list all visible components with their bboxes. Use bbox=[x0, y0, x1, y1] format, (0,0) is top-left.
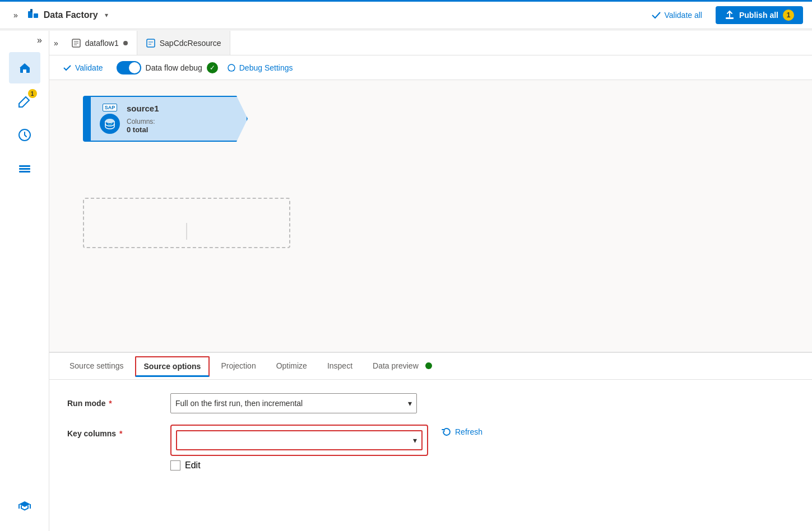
data-flow-debug-toggle-container: Data flow debug ✓ bbox=[117, 61, 218, 74]
data-preview-status-dot bbox=[425, 362, 432, 369]
tab-unsaved-dot bbox=[123, 41, 128, 45]
tab-expand-icon[interactable]: » bbox=[54, 39, 58, 48]
debug-settings-button[interactable]: Debug Settings bbox=[227, 63, 293, 72]
main-content: » dataflow1 SapCdcResource Validate Data… bbox=[49, 31, 812, 531]
panel-tabs: Source settings Source options Projectio… bbox=[49, 353, 812, 380]
publish-badge: 1 bbox=[783, 10, 794, 21]
svg-rect-8 bbox=[19, 171, 30, 173]
source-icon-area: SAP bbox=[100, 104, 120, 134]
svg-rect-6 bbox=[19, 165, 30, 167]
edit-row: Edit bbox=[170, 460, 428, 471]
run-mode-required: * bbox=[106, 399, 112, 408]
svg-rect-4 bbox=[23, 69, 26, 73]
top-bar-left: » Data Factory ▾ bbox=[9, 8, 108, 23]
validate-all-label: Validate all bbox=[665, 11, 702, 20]
svg-rect-7 bbox=[19, 168, 30, 170]
key-columns-label: Key columns * bbox=[67, 429, 157, 438]
source-info: source1 Columns: 0 total bbox=[127, 104, 213, 134]
top-bar: » Data Factory ▾ Validate all Publish al… bbox=[0, 0, 812, 29]
source-node-left-bar bbox=[83, 96, 91, 142]
edit-checkbox[interactable] bbox=[170, 460, 180, 471]
validate-button[interactable]: Validate bbox=[58, 61, 108, 74]
debug-status-icon: ✓ bbox=[207, 62, 218, 73]
run-mode-value: Full on the first run, then incremental bbox=[175, 399, 303, 408]
edit-label: Edit bbox=[185, 460, 201, 471]
tab-source-options[interactable]: Source options bbox=[135, 356, 210, 377]
key-columns-select[interactable]: ▾ bbox=[176, 430, 423, 450]
run-mode-row: Run mode * Full on the first run, then i… bbox=[67, 393, 794, 413]
source-node-inner: SAP source1 Columns: bbox=[100, 104, 213, 134]
columns-value: 0 total bbox=[127, 125, 213, 134]
toolbar: Validate Data flow debug ✓ Debug Setting… bbox=[49, 55, 812, 80]
tab-inspect[interactable]: Inspect bbox=[318, 356, 361, 378]
svg-point-11 bbox=[105, 119, 114, 123]
publish-all-label: Publish all bbox=[739, 11, 778, 20]
validate-label: Validate bbox=[75, 63, 103, 72]
source-name: source1 bbox=[127, 104, 213, 113]
run-mode-select[interactable]: Full on the first run, then incremental … bbox=[170, 393, 417, 413]
edit-badge: 1 bbox=[28, 89, 37, 98]
add-node-button[interactable]: + bbox=[240, 136, 256, 152]
tab-source-settings[interactable]: Source settings bbox=[61, 356, 133, 378]
key-columns-row: Key columns * ▾ Edit bbox=[67, 425, 794, 471]
refresh-label: Refresh bbox=[455, 427, 482, 436]
sidebar: » 1 bbox=[0, 31, 49, 531]
source-node-body[interactable]: SAP source1 Columns: bbox=[91, 96, 248, 142]
source-node[interactable]: SAP source1 Columns: bbox=[83, 96, 248, 142]
expand-icon[interactable]: » bbox=[37, 35, 42, 45]
svg-rect-2 bbox=[30, 9, 33, 12]
panel-content: Run mode * Full on the first run, then i… bbox=[49, 380, 812, 495]
tab-bar: » dataflow1 SapCdcResource bbox=[49, 31, 812, 55]
sidebar-item-monitor[interactable] bbox=[9, 119, 40, 151]
data-flow-debug-label: Data flow debug bbox=[146, 63, 202, 72]
run-mode-dropdown-icon: ▾ bbox=[408, 399, 412, 408]
run-mode-label: Run mode * bbox=[67, 399, 157, 408]
sap-label: SAP bbox=[103, 104, 118, 111]
svg-rect-10 bbox=[147, 39, 155, 47]
factory-dropdown-icon[interactable]: ▾ bbox=[105, 11, 108, 19]
source-db-icon bbox=[100, 114, 120, 134]
sidebar-item-edit[interactable]: 1 bbox=[9, 86, 40, 117]
placeholder-line bbox=[187, 223, 187, 240]
key-columns-required: * bbox=[117, 429, 122, 438]
tab-data-preview[interactable]: Data preview bbox=[364, 356, 441, 378]
sidebar-item-learn[interactable] bbox=[9, 491, 40, 522]
validate-all-button[interactable]: Validate all bbox=[647, 8, 707, 22]
key-columns-outlined-container: ▾ bbox=[170, 425, 428, 456]
refresh-button[interactable]: Refresh bbox=[442, 427, 482, 437]
tab-projection[interactable]: Projection bbox=[212, 356, 265, 378]
bottom-panel: Source settings Source options Projectio… bbox=[49, 352, 812, 531]
factory-name: Data Factory bbox=[44, 10, 98, 20]
svg-rect-3 bbox=[726, 17, 734, 19]
debug-settings-label: Debug Settings bbox=[239, 63, 293, 72]
tab-dataflow1[interactable]: dataflow1 bbox=[63, 31, 137, 55]
sidebar-expand[interactable]: » bbox=[0, 35, 49, 45]
key-columns-dropdown-icon: ▾ bbox=[413, 436, 417, 445]
tab-sapcdc-label: SapCdcResource bbox=[160, 39, 221, 48]
svg-rect-1 bbox=[34, 13, 38, 18]
sidebar-item-manage[interactable] bbox=[9, 153, 40, 184]
tab-optimize[interactable]: Optimize bbox=[267, 356, 316, 378]
factory-icon bbox=[27, 8, 39, 23]
publish-all-button[interactable]: Publish all 1 bbox=[716, 6, 803, 24]
canvas-area: SAP source1 Columns: bbox=[49, 80, 812, 352]
tab-dataflow1-label: dataflow1 bbox=[85, 39, 119, 48]
tab-sapcdc[interactable]: SapCdcResource bbox=[137, 31, 231, 55]
data-flow-debug-toggle[interactable] bbox=[117, 61, 141, 74]
sidebar-item-home[interactable] bbox=[9, 52, 40, 83]
placeholder-node bbox=[83, 198, 290, 248]
nav-expand-icon[interactable]: » bbox=[13, 11, 18, 20]
columns-label: Columns: bbox=[127, 118, 213, 125]
